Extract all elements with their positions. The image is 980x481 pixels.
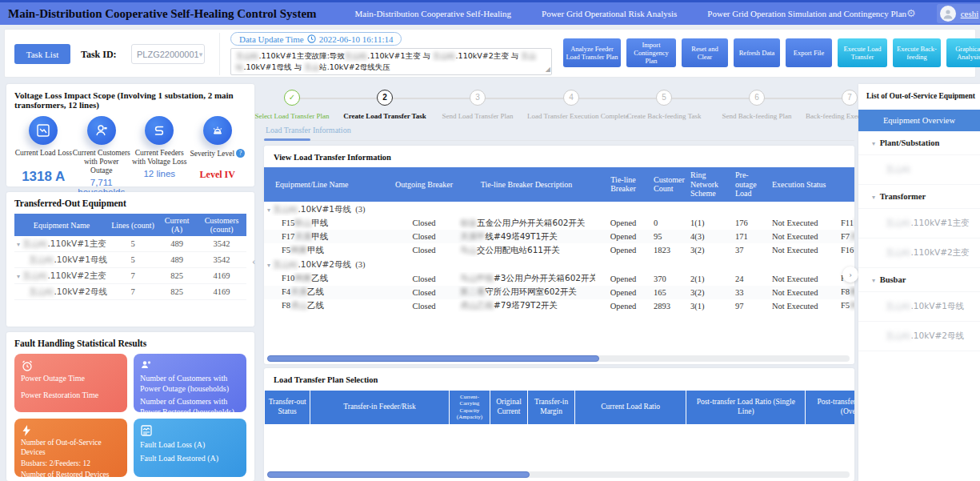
task-id-value: PLZG22000001: [137, 50, 199, 59]
help-icon[interactable]: ?: [236, 149, 245, 158]
graphical-analysis-button[interactable]: Graphical Analysis: [946, 38, 980, 67]
fault-handling-stats-panel: Fault Handling Statistical Results Power…: [6, 332, 254, 481]
view-table-scroll-area[interactable]: Equipment/Line Name Outgoing Breaker Tie…: [264, 167, 854, 313]
load-chart-icon: [140, 424, 153, 437]
tree-group-plant-substation[interactable]: ▾ Plant/Substation: [858, 131, 980, 155]
collapse-left-panel-icon[interactable]: ‹: [252, 255, 255, 267]
group-row-busbar-1[interactable]: ▾五山站.10kV#1母线 (3): [264, 202, 854, 217]
fault-text-redacted: 五山站: [345, 51, 368, 60]
expand-right-icon[interactable]: ›: [842, 267, 858, 283]
load-transfer-table: Equipment/Line Name Outgoing Breaker Tie…: [264, 167, 854, 313]
table-row[interactable]: F8虎山乙线 Closed 虎山乙线#79塔79T2开关 Opened 2893…: [264, 299, 854, 313]
step-create-load-transfer-task[interactable]: 2 Create Load Transfer Task: [341, 90, 429, 120]
chevron-down-icon: ▾: [872, 277, 875, 284]
equipment-overview-button[interactable]: Equipment Overview: [858, 110, 980, 131]
task-id-label: Task ID:: [81, 49, 117, 61]
toolbar-buttons: Analyze Feeder Load Transfer Plan Import…: [563, 38, 980, 67]
refresh-data-button[interactable]: Refresh Data: [734, 38, 780, 67]
severity-icon: [203, 116, 232, 145]
gear-icon[interactable]: ⚙: [906, 7, 916, 20]
step-send-load-transfer-plan[interactable]: 3 Send Load Transfer Plan: [434, 90, 522, 120]
resize-grip-icon[interactable]: ◢: [546, 65, 550, 74]
table-header-row: Equipment/Line Name Outgoing Breaker Tie…: [264, 167, 854, 202]
data-update-label: Data Update Time: [239, 34, 304, 44]
table-header-row: Transfer-out Status Transfer-in Feeder/R…: [265, 391, 855, 424]
chevron-down-icon: ▾: [872, 140, 875, 147]
tree-group-busbar[interactable]: ▾ Busbar: [858, 268, 980, 292]
chevron-down-icon[interactable]: ▾: [267, 262, 270, 269]
main-distribution-self-healing-app: Main-Distribution Cooperative Self-Heali…: [0, 0, 980, 481]
table-row[interactable]: F15联山甲线 Closed 创业五金公用户外开关箱602开关 Opened 0…: [264, 216, 854, 230]
nav-main-distribution[interactable]: Main-Distribution Cooperative Self-Heali…: [355, 9, 512, 18]
username: ceshi: [961, 9, 979, 18]
table-row[interactable]: F4天溪乙线 Closed 第二看守所公用环网室602开关 Opened 165…: [264, 286, 854, 299]
data-update-value: 2022-06-10 16:11:14: [319, 34, 394, 44]
load-loss-value: 1318 A: [22, 169, 65, 185]
user-menu[interactable]: ceshi: [937, 4, 980, 23]
tree-group-transformer[interactable]: ▾ Transformer: [858, 185, 980, 209]
customers-outage-restored-card: Number of Customers with Power Outage (h…: [134, 354, 246, 412]
execute-load-transfer-button[interactable]: Execute Load Transfer: [838, 38, 887, 67]
nav-risk-analysis[interactable]: Power Grid Operational Risk Analysis: [542, 9, 677, 18]
customers-outage-icon: [87, 116, 116, 145]
fault-stats-title: Fault Handling Statistical Results: [14, 339, 246, 348]
step-select-load-transfer-plan[interactable]: ✓ Select Load Transfer Plan: [248, 90, 336, 120]
table-row[interactable]: ▾五山站.110kV#2主变 7 825 4169: [14, 268, 246, 284]
stat-severity-level: Severity Level? Level IV: [189, 116, 247, 197]
chevron-down-icon[interactable]: ▾: [17, 241, 20, 248]
app-title: Main-Distribution Cooperative Self-Heali…: [0, 7, 317, 21]
step-load-transfer-execution-complete[interactable]: 4 Load Transfer Execution Complete: [527, 90, 615, 120]
severity-value: Level IV: [200, 169, 235, 181]
feeders-voltage-loss-icon: [145, 116, 174, 145]
table-row[interactable]: ▾五山站.110kV#1主变 5 489 3542: [14, 236, 246, 252]
impact-stats: Current Load Loss 1318 A Current Custome…: [14, 116, 246, 197]
horizontal-scrollbar[interactable]: [267, 355, 850, 362]
tree-item-busbar-1[interactable]: 五山站.10kV#1母线: [858, 292, 980, 322]
table-row[interactable]: F5网夏甲线 Closed 马山交公用配电站611开关 Opened 1823 …: [264, 243, 854, 257]
plan-table-title: Load Transfer Plan Selection: [264, 368, 854, 391]
tree-item-transformer-2[interactable]: 五山站.110kV#2主变: [858, 238, 980, 268]
horizontal-scrollbar[interactable]: [267, 471, 850, 478]
customers-icon: [140, 359, 153, 372]
tree-item-substation[interactable]: 五山站: [858, 155, 980, 185]
load-loss-icon: [29, 116, 58, 145]
reset-and-clear-button[interactable]: Reset and Clear: [682, 38, 728, 67]
clock-icon: [307, 34, 316, 43]
analyze-feeder-load-transfer-plan-button[interactable]: Analyze Feeder Load Transfer Plan: [563, 38, 621, 67]
active-tab-indicator: [264, 138, 310, 141]
task-id-select[interactable]: PLZG22000001 ▾: [131, 44, 205, 64]
tab-load-transfer-information[interactable]: Load Transfer Information: [264, 124, 353, 139]
step-send-back-feeding-plan[interactable]: 6 Send Back-feeding Plan: [713, 90, 801, 120]
task-list-button[interactable]: Task List: [14, 44, 70, 64]
table-row[interactable]: 五山站.10kV#1母线 5 489 3542: [14, 252, 246, 268]
table-row[interactable]: F17天溪甲线 Closed 天溪甲线#49塔49T1开关 Opened 95 …: [264, 230, 854, 243]
lightning-icon: [21, 424, 32, 437]
chevron-down-icon[interactable]: ▾: [17, 273, 20, 280]
outage-list-title: List of Out-of-Service Equipment: [858, 84, 980, 110]
fault-text-redacted: 五山站: [433, 51, 456, 60]
fault-text: 站.10kV#2母线失压: [319, 62, 390, 71]
step-create-back-feeding-task[interactable]: 5 Create Back-feeding Task: [620, 90, 708, 120]
stat-customers-outage: Current Customers with Power Outage 7,71…: [73, 116, 131, 197]
fault-text: .110kV#2主变 与: [456, 51, 522, 60]
scrollbar-thumb[interactable]: [267, 355, 599, 362]
fault-description-textarea[interactable]: 五山站.110kV#1主变故障:导致五山站.110kV#1主变 与 五山站.11…: [230, 48, 552, 75]
fault-text-redacted: 五山站: [236, 51, 259, 60]
nav-simulation-contingency[interactable]: Power Grid Operation Simulation and Cont…: [707, 9, 906, 18]
plan-selection-table: Transfer-out Status Transfer-in Feeder/R…: [264, 391, 854, 425]
out-of-service-equipment-panel: List of Out-of-Service Equipment Equipme…: [858, 84, 980, 481]
tree-item-transformer-1[interactable]: 五山站.110kV#1主变: [858, 209, 980, 238]
fault-text-redacted: 五山: [304, 62, 319, 71]
chevron-down-icon[interactable]: ▾: [267, 206, 270, 214]
avatar-icon: [940, 6, 956, 22]
table-row[interactable]: 五山站.10kV#2母线 7 825 4169: [14, 284, 246, 300]
plan-table-scroll-area[interactable]: Transfer-out Status Transfer-in Feeder/R…: [264, 391, 854, 425]
table-row[interactable]: F10网夏乙线 Closed 马山甲线#3公用户外开关箱602开关 Opened…: [264, 272, 854, 286]
group-row-busbar-2[interactable]: ▾五山站.10kV#2母线 (3): [264, 257, 854, 272]
feeders-voltage-loss-value: 12 lines: [143, 169, 175, 178]
execute-back-feeding-button[interactable]: Execute Back-feeding: [893, 38, 941, 67]
tree-item-busbar-2[interactable]: 五山站.10kV#2母线: [858, 322, 980, 351]
export-file-button[interactable]: Export File: [786, 38, 832, 67]
scrollbar-thumb[interactable]: [267, 471, 530, 478]
import-contingency-plan-button[interactable]: Import Contingency Plan: [626, 38, 676, 67]
